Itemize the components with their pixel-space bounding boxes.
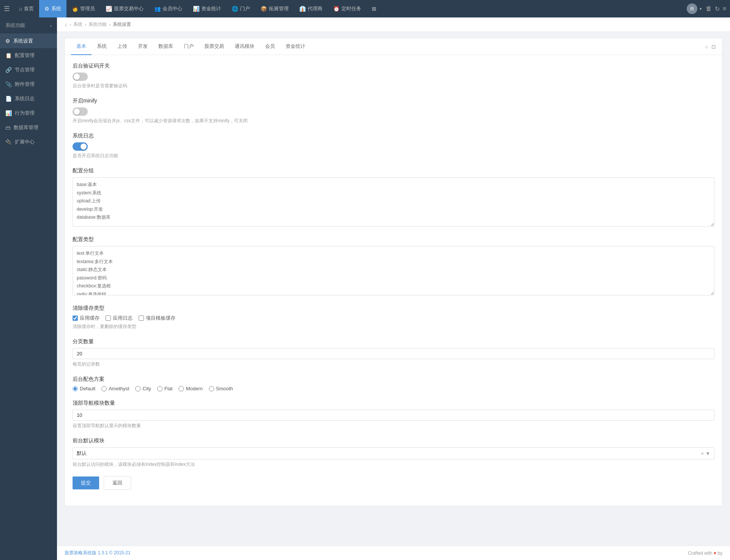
cache-app-item[interactable]: 应用缓存 [73, 315, 100, 322]
breadcrumb-system[interactable]: 系统 [73, 21, 82, 28]
config-group-section: 配置分组 base:基本 system:系统 upload:上传 develop… [73, 167, 714, 228]
backend-theme-label: 后台配色方案 [73, 376, 714, 383]
tab-member[interactable]: 会员 [260, 38, 280, 55]
menu-toggle-icon[interactable]: ☰ [4, 5, 10, 13]
config-type-section: 配置类型 text:单行文本 textarea:多行文本 static:静态文本… [73, 236, 714, 297]
database-icon: 🗃 [5, 125, 11, 131]
system-log-section: 系统日志 是否开启系统日志功能 [73, 133, 714, 159]
sidebar-item-config-manage[interactable]: 📋 配置管理 [0, 48, 57, 63]
nav-module-input[interactable] [73, 410, 714, 421]
theme-modern[interactable]: Modern [179, 386, 202, 391]
sidebar-item-database-manage[interactable]: 🗃 数据库管理 [0, 120, 57, 135]
minify-toggle[interactable] [73, 107, 88, 116]
nav-portal[interactable]: 🌐 门户 [226, 0, 255, 17]
sidebar-collapse-icon[interactable]: ‹ [50, 23, 52, 28]
tab-action-fullscreen[interactable]: ⊡ [711, 44, 716, 50]
theme-smooth-radio[interactable] [209, 386, 214, 391]
minify-label: 开启minify [73, 98, 714, 104]
theme-city-radio[interactable] [135, 386, 141, 391]
footer-version-link[interactable]: 股票策略系统版 1.3.1 © 2015-21 [65, 550, 131, 555]
tab-develop[interactable]: 开发 [133, 38, 153, 55]
submit-button[interactable]: 提交 [73, 476, 99, 489]
theme-smooth[interactable]: Smooth [209, 386, 233, 391]
page-size-input[interactable] [73, 348, 714, 359]
cache-checkbox-group: 应用缓存 应用日志 项目模板缓存 [73, 315, 714, 322]
footer: 股票策略系统版 1.3.1 © 2015-21 Crafted with ♥ b… [57, 546, 730, 560]
cache-template-item[interactable]: 项目模板缓存 [139, 315, 175, 322]
nav-home[interactable]: ⌂ 首页 [14, 0, 39, 17]
theme-default-radio[interactable] [73, 386, 78, 391]
sidebar-item-attachment-manage[interactable]: 📎 附件管理 [0, 77, 57, 91]
tab-system[interactable]: 系统 [92, 38, 112, 55]
delete-icon[interactable]: 🗑 [706, 5, 712, 12]
tab-upload[interactable]: 上传 [112, 38, 133, 55]
system-log-toggle[interactable] [73, 142, 88, 151]
tab-action-refresh[interactable]: ○ [705, 44, 708, 50]
sidebar-item-behavior-manage[interactable]: 📊 行为管理 [0, 106, 57, 120]
stock-icon: 📈 [106, 6, 112, 12]
sidebar-item-system-log[interactable]: 📄 系统日志 [0, 91, 57, 106]
cache-applog-item[interactable]: 应用日志 [106, 315, 133, 322]
backend-captcha-section: 后台验证码开关 后台登录时是否需要验证码 [73, 63, 714, 89]
sidebar-item-system-settings[interactable]: ⚙ 系统设置 [0, 34, 57, 48]
default-module-select[interactable]: 默认 × ▼ [73, 447, 714, 459]
backend-captcha-toggle[interactable] [73, 73, 88, 81]
expand-icon: 📦 [261, 6, 267, 12]
agent-icon: 👔 [299, 6, 306, 12]
nav-member[interactable]: 👥 会员中心 [149, 0, 188, 17]
home-breadcrumb-icon: ⌂ [65, 22, 67, 27]
nav-grid[interactable]: ⊞ [367, 0, 384, 17]
default-module-label: 前台默认模块 [73, 437, 714, 444]
cache-template-checkbox[interactable] [139, 315, 144, 321]
config-group-textarea[interactable]: base:基本 system:系统 upload:上传 develop:开发 d… [73, 177, 714, 227]
nav-admin[interactable]: 🧑 管理员 [66, 0, 100, 17]
tab-finance-stats[interactable]: 资金统计 [280, 38, 311, 55]
sidebar-title: 系统功能 ‹ [0, 17, 57, 34]
nav-schedule[interactable]: ⏰ 定时任务 [328, 0, 367, 17]
nav-system[interactable]: ⚙ 系统 [39, 0, 66, 17]
nav-stock-exchange[interactable]: 📈 股票交易中心 [100, 0, 149, 17]
config-type-textarea[interactable]: text:单行文本 textarea:多行文本 static:静态文本 pass… [73, 246, 714, 295]
theme-modern-radio[interactable] [179, 386, 184, 391]
sidebar-item-expand-center[interactable]: 🔌 扩展中心 [0, 135, 57, 149]
theme-flat-radio[interactable] [157, 386, 163, 391]
breadcrumb-current: 系统设置 [113, 21, 131, 28]
tab-basic[interactable]: 基本 [71, 38, 92, 55]
back-button[interactable]: 返回 [104, 476, 131, 490]
admin-icon: 🧑 [72, 6, 78, 12]
top-navigation: ☰ ⌂ 首页 ⚙ 系统 🧑 管理员 📈 股票交易中心 👥 会员中心 📊 资金统计… [0, 0, 730, 17]
refresh-icon[interactable]: ↻ [715, 5, 720, 13]
page-size-hint: 每页的记录数 [73, 361, 714, 368]
page-size-label: 分页数量 [73, 338, 714, 345]
theme-amethyst-radio[interactable] [101, 386, 107, 391]
tab-database[interactable]: 数据库 [153, 38, 179, 55]
nav-finance[interactable]: 📊 资金统计 [188, 0, 226, 17]
tab-comms[interactable]: 通讯模块 [229, 38, 260, 55]
tab-stock-trade[interactable]: 股票交易 [199, 38, 229, 55]
home-icon: ⌂ [19, 6, 22, 12]
sidebar-item-node-manage[interactable]: 🔗 节点管理 [0, 63, 57, 77]
schedule-icon: ⏰ [333, 6, 340, 12]
nav-expand[interactable]: 📦 拓展管理 [255, 0, 294, 17]
heart-icon: ♥ [714, 551, 716, 556]
minify-hint: 开启minify会压缩合并js、css文件，可以减少资源请求次数，如果不支持mi… [73, 118, 714, 124]
theme-flat[interactable]: Flat [157, 386, 173, 391]
theme-default[interactable]: Default [73, 386, 95, 391]
list-icon[interactable]: ≡ [723, 5, 726, 12]
footer-crafted: Crafted with ♥ by [688, 551, 723, 556]
default-module-hint: 前台默认访问的模块，该模块必须有Index控制器和index方法 [73, 461, 714, 468]
nav-module-hint: 设置顶部导航默认显示的模块数量 [73, 423, 714, 429]
theme-amethyst[interactable]: Amethyst [101, 386, 129, 391]
theme-city[interactable]: City [135, 386, 151, 391]
nav-module-section: 顶部导航模块数量 设置顶部导航默认显示的模块数量 [73, 400, 714, 429]
tab-portal[interactable]: 门户 [179, 38, 199, 55]
cache-applog-checkbox[interactable] [106, 315, 111, 321]
nav-agent[interactable]: 👔 代理商 [294, 0, 328, 17]
select-clear-icon[interactable]: × [701, 451, 704, 456]
avatar-box[interactable]: 用 ▼ [687, 3, 703, 14]
clear-cache-hint: 清除缓存时，要删除的缓存类型 [73, 323, 714, 330]
finance-icon: 📊 [193, 6, 199, 12]
settings-icon: ⚙ [5, 38, 10, 44]
breadcrumb-system-func[interactable]: 系统功能 [88, 21, 107, 28]
cache-app-checkbox[interactable] [73, 315, 78, 321]
